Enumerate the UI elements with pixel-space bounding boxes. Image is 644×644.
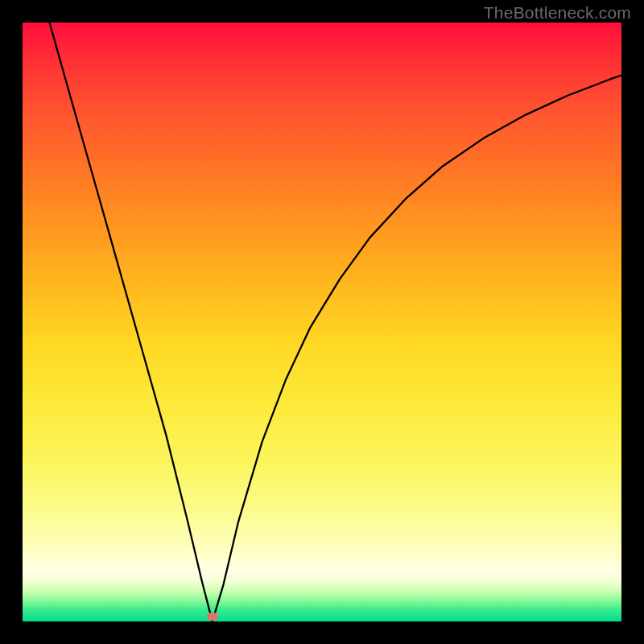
chart-frame: TheBottleneck.com xyxy=(0,0,644,644)
bottleneck-curve xyxy=(23,23,621,621)
minimum-marker-icon xyxy=(207,613,218,621)
watermark-text: TheBottleneck.com xyxy=(484,3,631,23)
plot-area xyxy=(23,23,621,621)
